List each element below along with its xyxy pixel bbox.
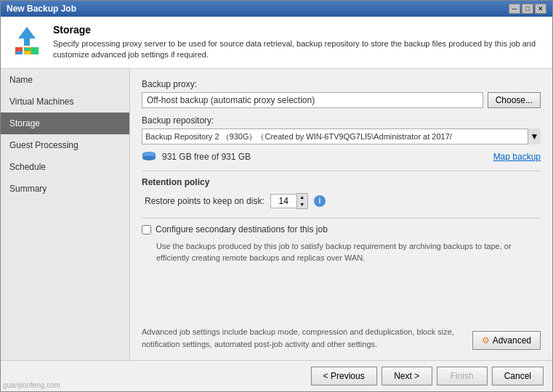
svg-rect-8 [16, 52, 23, 54]
header-section-title: Storage [53, 24, 544, 36]
main-top: Backup proxy: Choose... Backup repositor… [142, 79, 541, 320]
header-text: Storage Specify processing proxy server … [53, 24, 544, 61]
header-area: Storage Specify processing proxy server … [1, 17, 552, 69]
advanced-button[interactable]: ⚙ Advanced [472, 331, 541, 350]
main-content: Backup proxy: Choose... Backup repositor… [142, 79, 541, 350]
maximize-button[interactable]: □ [522, 4, 533, 14]
minimize-button[interactable]: ─ [509, 4, 520, 14]
map-backup-link[interactable]: Map backup [493, 152, 541, 162]
section-divider [142, 171, 541, 171]
configure-secondary-row: Configure secondary destinations for thi… [142, 224, 541, 234]
advanced-section: Advanced job settings include backup mod… [142, 320, 541, 350]
backup-repository-wrapper: Backup Repository 2 （930G）（Created by WI… [142, 128, 541, 144]
title-bar: New Backup Job ─ □ ✕ [1, 1, 552, 17]
svg-marker-0 [18, 27, 36, 46]
finish-button[interactable]: Finish [437, 367, 488, 385]
storage-icon [9, 24, 44, 59]
restore-points-spinner: ▲ ▼ [270, 193, 308, 209]
backup-proxy-row: Choose... [142, 92, 541, 108]
spinner-up-button[interactable]: ▲ [297, 194, 307, 201]
choose-proxy-button[interactable]: Choose... [488, 92, 541, 108]
next-button[interactable]: Next > [382, 367, 432, 385]
footer: < Previous Next > Finish Cancel [1, 360, 552, 391]
backup-repository-row: Backup Repository 2 （930G）（Created by WI… [142, 128, 541, 144]
svg-point-12 [142, 156, 156, 160]
previous-button[interactable]: < Previous [311, 367, 377, 385]
main-window: New Backup Job ─ □ ✕ [0, 0, 553, 392]
configure-secondary-label: Configure secondary destinations for thi… [156, 224, 328, 234]
sidebar-item-summary[interactable]: Summary [1, 178, 129, 200]
section-divider-2 [142, 218, 541, 219]
close-button[interactable]: ✕ [535, 4, 546, 14]
spinner-buttons: ▲ ▼ [296, 193, 308, 209]
window-title: New Backup Job [7, 4, 76, 14]
gear-icon: ⚙ [482, 335, 490, 346]
database-icon [142, 152, 156, 162]
storage-free-text: 931 GB free of 931 GB [162, 152, 488, 162]
header-description: Specify processing proxy server to be us… [53, 38, 544, 61]
info-icon[interactable]: i [314, 195, 326, 207]
backup-proxy-input[interactable] [142, 92, 483, 108]
backup-proxy-label: Backup proxy: [142, 79, 541, 89]
svg-rect-6 [16, 48, 23, 51]
restore-points-label: Restore points to keep on disk: [145, 196, 265, 206]
title-bar-controls: ─ □ ✕ [509, 4, 546, 14]
svg-point-13 [142, 152, 156, 156]
restore-points-input[interactable] [270, 194, 296, 208]
advanced-btn-label: Advanced [493, 335, 531, 346]
advanced-description: Advanced job settings include backup mod… [142, 326, 464, 350]
retention-row: Restore points to keep on disk: ▲ ▼ i [142, 193, 541, 209]
svg-rect-4 [31, 47, 39, 54]
retention-policy-title: Retention policy [142, 177, 541, 187]
sidebar-item-storage[interactable]: Storage [1, 113, 129, 134]
content-area: Name Virtual Machines Storage Guest Proc… [1, 69, 552, 360]
spinner-down-button[interactable]: ▼ [297, 201, 307, 208]
storage-info-row: 931 GB free of 931 GB Map backup [142, 152, 541, 162]
cancel-button[interactable]: Cancel [492, 367, 544, 385]
backup-repository-label: Backup repository: [142, 115, 541, 126]
sidebar-item-virtual-machines[interactable]: Virtual Machines [1, 91, 129, 113]
main-panel: Backup proxy: Choose... Backup repositor… [130, 69, 552, 360]
sidebar-item-guest-processing[interactable]: Guest Processing [1, 134, 129, 156]
configure-secondary-checkbox[interactable] [142, 225, 151, 234]
sidebar: Name Virtual Machines Storage Guest Proc… [1, 69, 130, 360]
sidebar-item-schedule[interactable]: Schedule [1, 156, 129, 178]
backup-repository-select[interactable]: Backup Repository 2 （930G）（Created by WI… [142, 128, 541, 144]
svg-rect-9 [24, 52, 31, 54]
secondary-description: Use the backups produced by this job to … [156, 240, 541, 264]
svg-rect-7 [24, 48, 31, 51]
sidebar-item-name[interactable]: Name [1, 69, 129, 91]
